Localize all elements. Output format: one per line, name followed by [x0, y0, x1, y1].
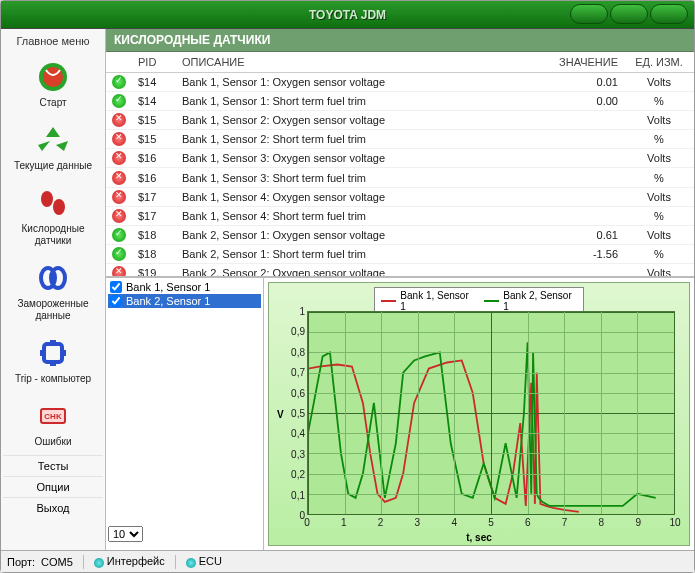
svg-rect-6	[44, 344, 62, 362]
x-tick: 2	[378, 517, 384, 528]
cell-unit: %	[624, 168, 694, 187]
error-icon	[112, 113, 126, 127]
x-axis-label: t, sec	[466, 532, 492, 543]
gear-icon	[36, 336, 70, 370]
sidebar-item-label: Замороженные данные	[6, 298, 100, 322]
check-engine-icon: CHK	[36, 399, 70, 433]
cell-value: 0.00	[544, 92, 624, 111]
check-icon	[112, 228, 126, 242]
window-buttons	[570, 4, 688, 24]
sidebar-item-trip-computer[interactable]: Trip - компьютер	[3, 329, 103, 392]
cell-value	[544, 168, 624, 187]
sidebar-item-errors[interactable]: CHK Ошибки	[3, 392, 103, 455]
sidebar-item-label: Кислородные датчики	[6, 223, 100, 247]
cell-desc: Bank 1, Sensor 1: Oxygen sensor voltage	[176, 73, 544, 92]
cell-desc: Bank 2, Sensor 1: Short term fuel trim	[176, 244, 544, 263]
table-row[interactable]: $14 Bank 1, Sensor 1: Short term fuel tr…	[106, 92, 694, 111]
table-row[interactable]: $16 Bank 1, Sensor 3: Oxygen sensor volt…	[106, 149, 694, 168]
table-row[interactable]: $14 Bank 1, Sensor 1: Oxygen sensor volt…	[106, 73, 694, 92]
col-unit[interactable]: ЕД. ИЗМ.	[624, 52, 694, 73]
sidebar-item-label: Старт	[39, 97, 66, 109]
cell-pid: $15	[132, 111, 176, 130]
titlebar: TOYOTA JDM	[1, 1, 694, 29]
cell-pid: $19	[132, 263, 176, 277]
refresh-select[interactable]: 10	[108, 526, 143, 542]
sensor-select-list: Bank 1, Sensor 1Bank 2, Sensor 1 10	[106, 278, 264, 550]
cell-unit: Volts	[624, 225, 694, 244]
table-row[interactable]: $18 Bank 2, Sensor 1: Short term fuel tr…	[106, 244, 694, 263]
svg-rect-9	[50, 340, 56, 344]
status-ecu: ECU	[186, 555, 222, 567]
legend-label-0: Bank 1, Sensor 1	[400, 290, 474, 312]
svg-text:CHK: CHK	[44, 412, 62, 421]
y-tick: 0,9	[291, 326, 305, 337]
table-row[interactable]: $17 Bank 1, Sensor 4: Oxygen sensor volt…	[106, 187, 694, 206]
y-tick: 0,1	[291, 489, 305, 500]
cell-pid: $16	[132, 149, 176, 168]
svg-point-2	[41, 191, 53, 207]
col-value[interactable]: ЗНАЧЕНИЕ	[544, 52, 624, 73]
sidebar-item-current-data[interactable]: Текущие данные	[3, 116, 103, 179]
cell-desc: Bank 1, Sensor 2: Oxygen sensor voltage	[176, 111, 544, 130]
sidebar-item-oxygen-sensors[interactable]: Кислородные датчики	[3, 179, 103, 254]
sidebar: Главное меню Старт Текущие данные Кислор…	[1, 29, 106, 550]
minimize-button[interactable]	[570, 4, 608, 24]
cell-pid: $17	[132, 206, 176, 225]
col-pid[interactable]: PID	[132, 52, 176, 73]
cell-value: -1.56	[544, 244, 624, 263]
close-button[interactable]	[650, 4, 688, 24]
table-row[interactable]: $15 Bank 1, Sensor 2: Oxygen sensor volt…	[106, 111, 694, 130]
cell-desc: Bank 1, Sensor 3: Short term fuel trim	[176, 168, 544, 187]
check-icon	[112, 75, 126, 89]
status-interface: Интерфейс	[94, 555, 165, 567]
cell-desc: Bank 1, Sensor 3: Oxygen sensor voltage	[176, 149, 544, 168]
y-tick: 0,5	[291, 408, 305, 419]
o2-sensor-icon	[36, 186, 70, 220]
sidebar-item-options[interactable]: Опции	[3, 476, 103, 497]
y-tick: 0,7	[291, 367, 305, 378]
sidebar-item-label: Ошибки	[34, 436, 71, 448]
y-tick: 0,8	[291, 346, 305, 357]
x-tick: 7	[562, 517, 568, 528]
col-desc[interactable]: ОПИСАНИЕ	[176, 52, 544, 73]
sidebar-header: Главное меню	[3, 33, 103, 53]
cell-value: 0.61	[544, 225, 624, 244]
error-icon	[112, 209, 126, 223]
y-tick: 0,4	[291, 428, 305, 439]
sidebar-item-exit[interactable]: Выход	[3, 497, 103, 518]
svg-rect-10	[50, 362, 56, 366]
refresh-spinner[interactable]: 10	[108, 526, 143, 542]
cell-value: 0.01	[544, 73, 624, 92]
sidebar-item-start[interactable]: Старт	[3, 53, 103, 116]
table-row[interactable]: $16 Bank 1, Sensor 3: Short term fuel tr…	[106, 168, 694, 187]
sensor-checkbox[interactable]	[110, 281, 122, 293]
table-row[interactable]: $19 Bank 2, Sensor 2: Oxygen sensor volt…	[106, 263, 694, 277]
maximize-button[interactable]	[610, 4, 648, 24]
cell-pid: $16	[132, 168, 176, 187]
sidebar-item-frozen-data[interactable]: Замороженные данные	[3, 254, 103, 329]
cell-desc: Bank 1, Sensor 4: Short term fuel trim	[176, 206, 544, 225]
app-title: TOYOTA JDM	[309, 8, 386, 22]
sensor-checkbox[interactable]	[110, 295, 122, 307]
sensor-check-item[interactable]: Bank 1, Sensor 1	[108, 280, 261, 294]
x-tick: 8	[599, 517, 605, 528]
cell-unit: %	[624, 244, 694, 263]
x-tick: 10	[669, 517, 680, 528]
cell-unit: Volts	[624, 263, 694, 277]
pid-table-scroll[interactable]: PID ОПИСАНИЕ ЗНАЧЕНИЕ ЕД. ИЗМ. $14 Bank …	[106, 52, 694, 277]
x-tick: 4	[451, 517, 457, 528]
cell-desc: Bank 2, Sensor 1: Oxygen sensor voltage	[176, 225, 544, 244]
error-icon	[112, 266, 126, 277]
cell-unit: Volts	[624, 73, 694, 92]
table-row[interactable]: $18 Bank 2, Sensor 1: Oxygen sensor volt…	[106, 225, 694, 244]
sensor-check-item[interactable]: Bank 2, Sensor 1	[108, 294, 261, 308]
svg-rect-7	[40, 350, 44, 356]
check-icon	[112, 247, 126, 261]
table-row[interactable]: $15 Bank 1, Sensor 2: Short term fuel tr…	[106, 130, 694, 149]
table-row[interactable]: $17 Bank 1, Sensor 4: Short term fuel tr…	[106, 206, 694, 225]
check-icon	[112, 94, 126, 108]
cell-pid: $15	[132, 130, 176, 149]
sidebar-item-tests[interactable]: Тесты	[3, 455, 103, 476]
chart: Bank 1, Sensor 1 Bank 2, Sensor 1 V t, s…	[268, 282, 690, 546]
cell-desc: Bank 1, Sensor 2: Short term fuel trim	[176, 130, 544, 149]
